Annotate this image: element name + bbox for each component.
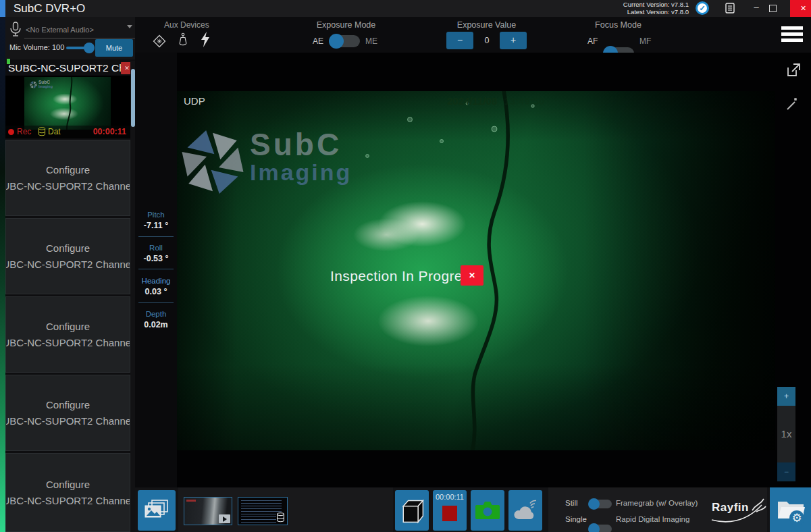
rayfin-logo-swoosh [710,496,767,525]
inspection-banner-text: Inspection In Progress [330,268,477,284]
audio-panel: <No External Audio> Mic Volume: 100 Mute [5,17,135,59]
heading-label: Heading [135,277,177,285]
roll-label: Roll [135,244,177,252]
inspection-close-button[interactable]: ✕ [461,265,483,286]
play-icon [219,514,230,523]
chevron-down-icon [127,25,132,28]
exposure-me-label: ME [365,36,377,46]
lamp-device-icon[interactable] [178,32,188,49]
aux-devices-label: Aux Devices [164,20,209,30]
preview-status-row: Rec Dat 00:00:11 [5,126,130,138]
media-gallery-button[interactable] [138,490,176,531]
exposure-plus-button[interactable]: + [500,32,527,49]
preview-timer: 00:00:11 [93,127,126,136]
update-check-icon[interactable]: ✓ [696,1,709,15]
channel-list-scrollbar[interactable] [130,61,135,532]
gallery-icon [145,500,169,521]
telemetry-column [135,53,177,487]
data-cylinder-icon [276,512,285,523]
mic-volume-label: Mic Volume: 100 [9,43,64,51]
single-mode-toggle[interactable] [589,525,612,532]
release-notes-icon[interactable] [724,3,736,14]
channel-preview-video: SubC Imaging [24,77,111,130]
mic-volume-slider-knob[interactable] [84,43,95,53]
file-manager-button[interactable]: ⚙ [770,487,811,532]
watermark-imaging-text: Imaging [250,160,352,184]
configure-channel-button[interactable]: Configure UBC-NC-SUPORT2 Channel [5,296,130,373]
watermark-subc-text: SubC [250,129,352,160]
telemetry-divider [138,236,174,237]
depth-label: Depth [135,310,177,318]
camera-icon [475,502,500,519]
still-label: Still [565,499,578,507]
popout-window-icon[interactable] [785,61,802,78]
exposure-ae-label: AE [313,36,323,46]
configure-channel-button[interactable]: Configure UBC-NC-SUPORT2 Channel [5,140,130,216]
configure-channel-button[interactable]: Configure UBC-NC-SUPORT2 Channel [5,218,130,294]
channel-list-scrollbar-thumb[interactable] [131,69,135,127]
record-timer: 00:00:11 [433,493,467,501]
zoom-level-display: 1x [777,406,795,462]
mic-volume-slider[interactable] [66,47,92,49]
telemetry-divider [138,269,174,269]
focus-af-label: AF [587,36,598,46]
recent-video-thumbnail[interactable] [184,497,232,525]
microphone-icon [9,22,22,38]
subc-aperture-icon [181,130,244,194]
audio-device-value: <No External Audio> [24,26,94,34]
configure-channel-button[interactable]: Configure UBC-NC-SUPORT2 Channel [5,375,130,451]
recent-data-thumbnail[interactable] [238,497,288,525]
single-label: Single [565,515,587,523]
cloud-signal-icon [513,500,538,521]
magic-wand-icon[interactable] [785,95,801,111]
laser-device-icon[interactable] [152,34,167,49]
telemetry-divider [138,302,174,303]
cloud-upload-button[interactable] [508,490,542,531]
audio-device-select[interactable]: <No External Audio> [24,22,135,38]
video-timestamp-time: 13:49:50 [504,95,544,107]
zoom-out-button[interactable]: − [777,462,795,481]
strobe-device-icon[interactable] [200,32,211,48]
video-timestamp-date: 2024/11/08 [447,95,497,107]
still-capture-button[interactable] [471,490,504,531]
exposure-mode-label: Exposure Mode [307,20,385,30]
subc-dvr-window: SubC DVR+O Current Version: v7.8.1 Lates… [0,0,811,532]
latest-version: Latest Version: v7.8.0 [623,8,689,16]
desktop-edge-top [0,0,5,17]
channel-preview[interactable]: SubC Imaging Rec Dat 00:00:11 [5,76,130,138]
pitch-label: Pitch [135,211,177,219]
exposure-mode-toggle[interactable] [330,35,360,47]
record-button[interactable]: 00:00:11 [433,490,467,531]
maximize-button[interactable] [769,5,777,12]
data-cylinder-icon [38,127,46,136]
exposure-minus-button[interactable]: − [446,32,473,49]
title-bar: SubC DVR+O Current Version: v7.8.1 Lates… [5,0,811,17]
video-timestamp: 2024/11/08 13:49:50 [447,95,544,107]
pitch-value: -7.11 ° [135,221,177,230]
preview-watermark-line2: Imaging [38,84,53,88]
rec-label: Rec [17,127,31,136]
exposure-value: 0 [480,36,494,45]
heading-value: 0.03 ° [135,287,177,296]
rapid-label: Rapid Digital Imaging [616,515,689,523]
minimize-button[interactable]: – [746,0,766,17]
close-button[interactable]: ✕ [790,0,811,17]
focus-mf-label: MF [639,36,651,46]
hamburger-menu-icon[interactable] [781,26,803,42]
mute-button[interactable]: Mute [95,39,133,57]
3d-mode-button[interactable] [395,490,429,531]
preview-watermark-aperture-icon [30,81,37,88]
exposure-value-label: Exposure Value [448,20,525,30]
video-protocol-label: UDP [184,95,205,107]
version-info: Current Version: v7.8.1 Latest Version: … [623,1,689,16]
channel-header-title: SUBC-NC-SUPORT2 Cha [5,61,130,76]
stop-record-icon [442,506,457,521]
cube-icon [398,497,425,525]
still-mode-toggle[interactable] [589,500,612,508]
depth-value: 0.02m [135,320,177,329]
gear-icon: ⚙ [789,510,804,525]
roll-value: -0.53 ° [135,254,177,263]
configure-channel-button[interactable]: Configure UBC-NC-SUPORT2 Channel [5,453,130,532]
framegrab-label: Framegrab (w/ Overlay) [616,499,698,507]
zoom-in-button[interactable]: + [777,387,795,406]
